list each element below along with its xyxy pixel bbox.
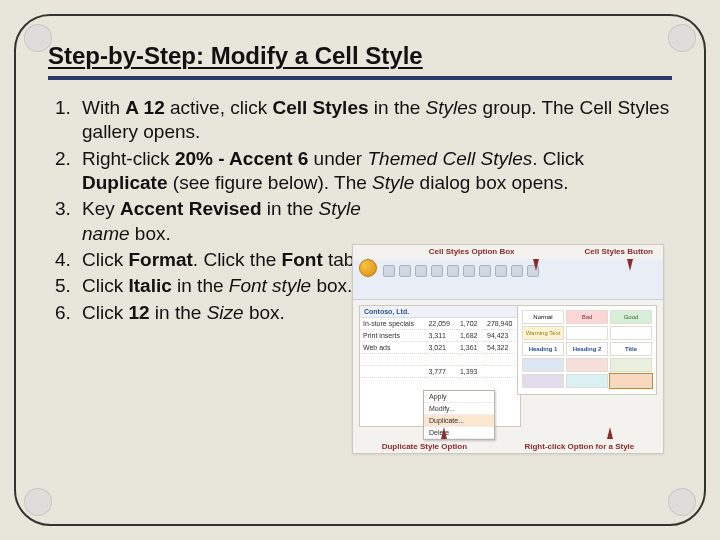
slide: Step-by-Step: Modify a Cell Style With A… <box>0 0 720 540</box>
step-2-text3: . Click <box>532 148 584 169</box>
style-cell <box>566 326 608 340</box>
ribbon-icon <box>431 265 443 277</box>
style-cell-title: Title <box>610 342 652 356</box>
step-2: Right-click 20% - Accent 6 under Themed … <box>76 147 672 196</box>
figure-screenshot: Cell Styles Option Box Cell Styles Butto… <box>352 244 664 454</box>
step-5-text3: box. <box>311 275 352 296</box>
cell: 3,021 <box>425 342 457 354</box>
style-cell-accent <box>566 358 608 372</box>
step-5-text: Click <box>82 275 128 296</box>
ribbon-icon <box>511 265 523 277</box>
ribbon-icon <box>479 265 491 277</box>
step-4-tab: Font <box>282 249 323 270</box>
style-cell-bad: Bad <box>566 310 608 324</box>
cell: In-store specials <box>360 318 425 330</box>
step-1-text2: active, click <box>165 97 273 118</box>
step-1-text3: in the <box>369 97 426 118</box>
cell: Web ads <box>360 342 425 354</box>
step-1-cell: A 12 <box>125 97 164 118</box>
step-6-text3: box. <box>244 302 285 323</box>
ribbon-icon <box>415 265 427 277</box>
cell: 3,311 <box>425 330 457 342</box>
step-2-cmd: 20% - Accent 6 <box>175 148 308 169</box>
callout-duplicate: Duplicate Style Option <box>382 442 467 451</box>
cell: 94,423 <box>484 330 520 342</box>
figure-styles-gallery: Normal Bad Good Warning Text Heading 1 H… <box>517 305 657 395</box>
context-modify: Modify... <box>424 403 494 415</box>
figure-top-callouts: Cell Styles Option Box Cell Styles Butto… <box>353 247 663 256</box>
step-2-cat: Themed Cell Styles <box>367 148 532 169</box>
corner-bl <box>24 488 52 516</box>
cell: 54,322 <box>484 342 520 354</box>
style-cell-good: Good <box>610 310 652 324</box>
figure-worksheet-table: In-store specials22,0591,702278,940 Prin… <box>360 318 520 378</box>
step-1: With A 12 active, click Cell Styles in t… <box>76 96 672 145</box>
inner-frame: Step-by-Step: Modify a Cell Style With A… <box>14 14 706 526</box>
cell: 1,393 <box>457 366 484 378</box>
ribbon-icon <box>495 265 507 277</box>
step-6-text2: in the <box>150 302 207 323</box>
ribbon-icon <box>383 265 395 277</box>
style-cell-accent <box>610 358 652 372</box>
cell: 22,059 <box>425 318 457 330</box>
callout-arrow <box>627 259 633 271</box>
figure-context-menu: Apply Modify... Duplicate... Delete <box>423 390 495 440</box>
context-apply: Apply <box>424 391 494 403</box>
style-cell-heading: Heading 1 <box>522 342 564 356</box>
step-1-group: Styles <box>426 97 478 118</box>
corner-tl <box>24 24 52 52</box>
style-cell-accent <box>522 374 564 388</box>
cell: 278,940 <box>484 318 520 330</box>
step-6-text: Click <box>82 302 128 323</box>
callout-arrow <box>533 259 539 271</box>
context-duplicate: Duplicate... <box>424 415 494 427</box>
ribbon-icon <box>463 265 475 277</box>
callout-arrow <box>441 427 447 439</box>
step-2-dlg: Style <box>372 172 414 193</box>
step-1-cmd: Cell Styles <box>272 97 368 118</box>
style-cell-warning: Warning Text <box>522 326 564 340</box>
slide-title: Step-by-Step: Modify a Cell Style <box>48 42 672 70</box>
step-4: Click Format. Click the Font tab. <box>76 248 382 272</box>
corner-br <box>668 488 696 516</box>
cell <box>484 366 520 378</box>
cell: 3,777 <box>425 366 457 378</box>
figure-ribbon <box>353 259 663 300</box>
callout-rightclick: Right-click Option for a Style <box>524 442 634 451</box>
context-delete: Delete <box>424 427 494 439</box>
step-4-text2: . Click the <box>193 249 282 270</box>
step-5-cmd: Italic <box>128 275 171 296</box>
ribbon-icon <box>447 265 459 277</box>
step-2-text5: dialog box opens. <box>414 172 568 193</box>
step-5-box: Font style <box>229 275 311 296</box>
cell <box>360 366 425 378</box>
step-2-text2: under <box>308 148 367 169</box>
style-cell-heading2: Heading 2 <box>566 342 608 356</box>
cell: 1,361 <box>457 342 484 354</box>
cell: Print inserts <box>360 330 425 342</box>
step-3-name: Accent Revised <box>120 198 262 219</box>
step-2-text: Right-click <box>82 148 175 169</box>
step-6-box: Size <box>207 302 244 323</box>
step-6-size: 12 <box>128 302 149 323</box>
cell: 1,682 <box>457 330 484 342</box>
callout-option-box: Cell Styles Option Box <box>429 247 515 256</box>
figure-ribbon-icons <box>383 265 657 277</box>
callout-styles-button: Cell Styles Button <box>585 247 653 256</box>
figure-worksheet-title: Contoso, Ltd. <box>360 306 520 318</box>
step-5-text2: in the <box>172 275 229 296</box>
step-1-text: With <box>82 97 125 118</box>
style-cell-accent <box>522 358 564 372</box>
step-5: Click Italic in the Font style box. <box>76 274 382 298</box>
step-2-cmd2: Duplicate <box>82 172 168 193</box>
step-3-text: Key <box>82 198 120 219</box>
callout-arrow <box>607 427 613 439</box>
title-rule <box>48 76 672 80</box>
corner-tr <box>668 24 696 52</box>
style-cell-accent <box>566 374 608 388</box>
cell: 1,702 <box>457 318 484 330</box>
style-cell <box>610 326 652 340</box>
step-3-text3: box. <box>130 223 171 244</box>
figure-bottom-callouts: Duplicate Style Option Right-click Optio… <box>353 442 663 451</box>
office-button-icon <box>359 259 377 277</box>
